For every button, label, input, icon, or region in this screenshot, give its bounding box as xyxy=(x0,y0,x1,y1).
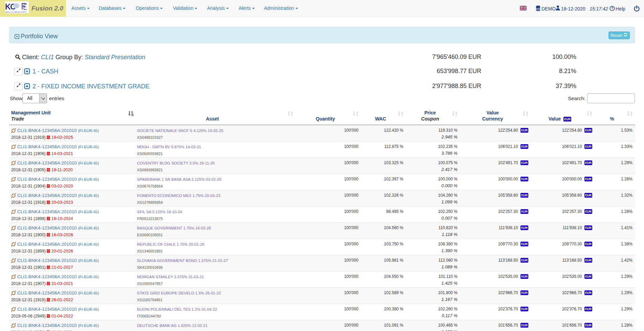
svg-text:KAHN & CIE FINANCIAL EXPERTS: KAHN & CIE FINANCIAL EXPERTS xyxy=(5,11,27,13)
svg-text:?: ? xyxy=(611,6,613,10)
